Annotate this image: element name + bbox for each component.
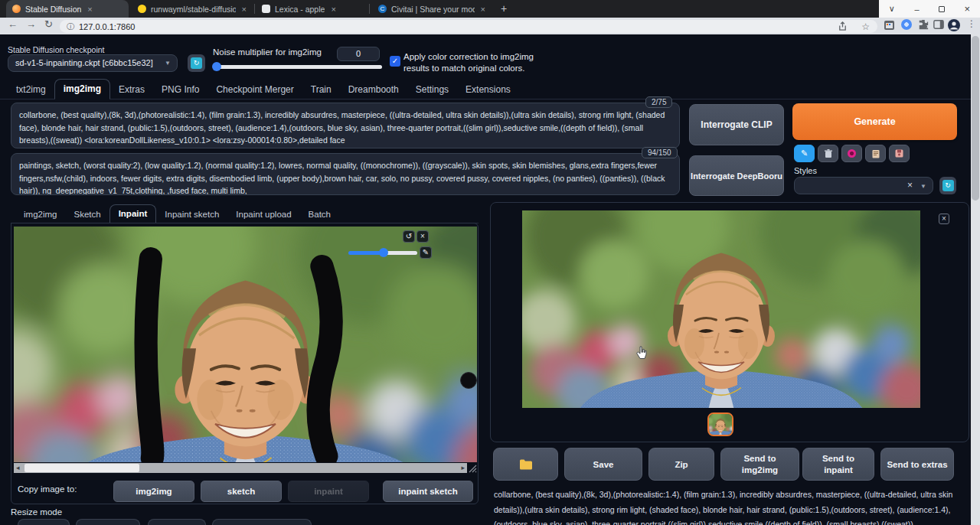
- negative-prompt-textarea[interactable]: paintings, sketch, (worst quality:2), (l…: [11, 153, 680, 195]
- send-to-img2img-button[interactable]: Send to img2img: [720, 448, 799, 481]
- scroll-right-icon[interactable]: ▸: [461, 463, 465, 473]
- resize-option-pill[interactable]: [212, 519, 312, 525]
- tab-sketch[interactable]: Sketch: [65, 206, 109, 223]
- open-folder-button[interactable]: [493, 448, 558, 481]
- window-close-icon[interactable]: ×: [965, 3, 971, 15]
- thumbnail-photo: [709, 414, 732, 435]
- tab-batch[interactable]: Batch: [300, 206, 339, 223]
- browser-menu-icon[interactable]: ⋮: [967, 18, 976, 29]
- noise-multiplier-value[interactable]: 0: [337, 47, 380, 61]
- browser-tab-runwayml[interactable]: runwayml/stable-diffusion-inpai ×: [132, 0, 253, 18]
- window-minimize-icon[interactable]: –: [914, 5, 919, 14]
- resize-option-pill[interactable]: [18, 519, 70, 525]
- tab-train[interactable]: Train: [302, 80, 340, 99]
- extra-networks-button[interactable]: [841, 145, 862, 162]
- tab-inpaint[interactable]: Inpaint: [109, 204, 157, 223]
- checkpoint-value: sd-v1-5-inpainting.ckpt [c6bbc15e32]: [15, 58, 153, 67]
- gradio-favicon-icon: [12, 5, 21, 13]
- folder-icon: [519, 459, 533, 470]
- zip-button[interactable]: Zip: [648, 448, 714, 481]
- address-bar[interactable]: ⓘ 127.0.0.1:7860 ☆: [60, 20, 877, 33]
- back-icon[interactable]: ←: [8, 18, 18, 30]
- noise-multiplier-slider[interactable]: [214, 65, 382, 69]
- chevron-down-icon: ▼: [165, 55, 171, 71]
- clear-prompt-button[interactable]: [818, 145, 838, 162]
- tab-settings[interactable]: Settings: [407, 80, 457, 99]
- apply-styles-button[interactable]: [865, 145, 886, 162]
- v-scroll-thumb[interactable]: [972, 36, 979, 201]
- resize-mode-label: Resize mode: [11, 507, 62, 517]
- clear-image-icon[interactable]: ×: [416, 230, 429, 243]
- tab-checkpoint-merger[interactable]: Checkpoint Merger: [207, 80, 302, 99]
- page-scrollbar[interactable]: [971, 34, 980, 525]
- styles-select[interactable]: × ▼: [794, 177, 933, 194]
- prompt-tool-buttons: ✎: [794, 145, 910, 162]
- url-text: 127.0.0.1:7860: [79, 22, 135, 31]
- tab-extensions[interactable]: Extensions: [457, 80, 519, 99]
- noise-slider-handle[interactable]: [212, 62, 221, 71]
- brush-tool-icon[interactable]: ✎: [420, 246, 432, 259]
- copy-to-inpaint-sketch-button[interactable]: inpaint sketch: [383, 481, 473, 502]
- tab-inpaint-upload[interactable]: Inpaint upload: [227, 206, 299, 223]
- tab-close-icon[interactable]: ×: [481, 5, 485, 14]
- profile-avatar[interactable]: [948, 19, 960, 31]
- undo-stroke-icon[interactable]: ↺: [403, 230, 415, 243]
- browser-tab-lexica[interactable]: Lexica - apple ×: [256, 0, 368, 18]
- save-button[interactable]: Save: [564, 448, 642, 481]
- new-tab-button[interactable]: +: [496, 2, 511, 16]
- tab-png-info[interactable]: PNG Info: [153, 80, 207, 99]
- browser-tab-stable-diffusion[interactable]: Stable Diffusion ×: [6, 0, 129, 18]
- output-image[interactable]: [522, 210, 920, 408]
- prompt-textarea[interactable]: collarbone, (best quality),(8k, 3d),(pho…: [11, 103, 680, 148]
- tab-close-icon[interactable]: ×: [87, 5, 92, 14]
- tab-dreambooth[interactable]: Dreambooth: [340, 80, 407, 99]
- forward-icon[interactable]: →: [26, 18, 36, 30]
- generate-button[interactable]: Generate: [792, 103, 957, 140]
- paste-params-button[interactable]: ✎: [794, 145, 815, 162]
- tab-close-icon[interactable]: ×: [331, 5, 335, 14]
- extension-calendar-icon[interactable]: [884, 19, 895, 31]
- tab-inpaint-sketch[interactable]: Inpaint sketch: [156, 206, 227, 223]
- browser-tab-civitai[interactable]: C Civitai | Share your models ×: [372, 0, 492, 18]
- gallery-close-icon[interactable]: ×: [939, 214, 949, 224]
- chevron-down-icon[interactable]: ▼: [920, 183, 926, 190]
- h-scroll-thumb[interactable]: [24, 464, 139, 472]
- tab-extras[interactable]: Extras: [110, 80, 153, 99]
- extensions-puzzle-icon[interactable]: [918, 19, 929, 30]
- send-to-extras-button[interactable]: Send to extras: [880, 448, 954, 481]
- tab-title: runwayml/stable-diffusion-inpai: [151, 5, 236, 14]
- window-menu-icon[interactable]: ∨: [889, 4, 895, 14]
- refresh-checkpoint-button[interactable]: ↻: [188, 54, 205, 72]
- canvas-h-scrollbar[interactable]: ◂ ▸: [14, 463, 467, 473]
- tab-img2img[interactable]: img2img: [54, 79, 110, 99]
- canvas-resize-grip[interactable]: [468, 464, 477, 473]
- inpaint-canvas[interactable]: [14, 227, 477, 462]
- brush-size-handle[interactable]: [379, 248, 388, 257]
- share-icon[interactable]: [838, 21, 848, 31]
- reload-icon[interactable]: ↻: [44, 18, 53, 30]
- site-info-icon[interactable]: ⓘ: [67, 21, 74, 32]
- tab-img2img-mode[interactable]: img2img: [15, 206, 65, 223]
- refresh-styles-button[interactable]: ↻: [939, 177, 956, 194]
- save-style-button[interactable]: [889, 145, 910, 162]
- copy-image-to-label: Copy image to:: [18, 484, 77, 494]
- window-restore-icon[interactable]: [939, 6, 945, 12]
- scroll-left-icon[interactable]: ◂: [16, 463, 20, 473]
- copy-to-img2img-button[interactable]: img2img: [113, 481, 194, 502]
- resize-option-pill[interactable]: [76, 519, 140, 525]
- send-to-inpaint-button[interactable]: Send to inpaint: [802, 448, 874, 481]
- resize-option-pill[interactable]: [148, 519, 206, 525]
- extension-blue-icon[interactable]: [901, 19, 912, 30]
- tab-txt2img[interactable]: txt2img: [8, 80, 54, 99]
- checkpoint-select[interactable]: sd-v1-5-inpainting.ckpt [c6bbc15e32] ▼: [8, 54, 178, 72]
- side-panel-icon[interactable]: [933, 19, 944, 30]
- interrogate-deepbooru-button[interactable]: Interrogate DeepBooru: [689, 155, 784, 196]
- gallery-thumbnail[interactable]: [707, 412, 733, 436]
- refresh-icon: ↻: [942, 180, 954, 191]
- tab-close-icon[interactable]: ×: [242, 5, 247, 14]
- color-correction-checkbox[interactable]: ✓: [390, 56, 400, 67]
- copy-to-sketch-button[interactable]: sketch: [201, 481, 282, 502]
- bookmark-star-icon[interactable]: ☆: [861, 21, 870, 32]
- clear-styles-icon[interactable]: ×: [907, 180, 913, 191]
- interrogate-clip-button[interactable]: Interrogate CLIP: [689, 104, 784, 145]
